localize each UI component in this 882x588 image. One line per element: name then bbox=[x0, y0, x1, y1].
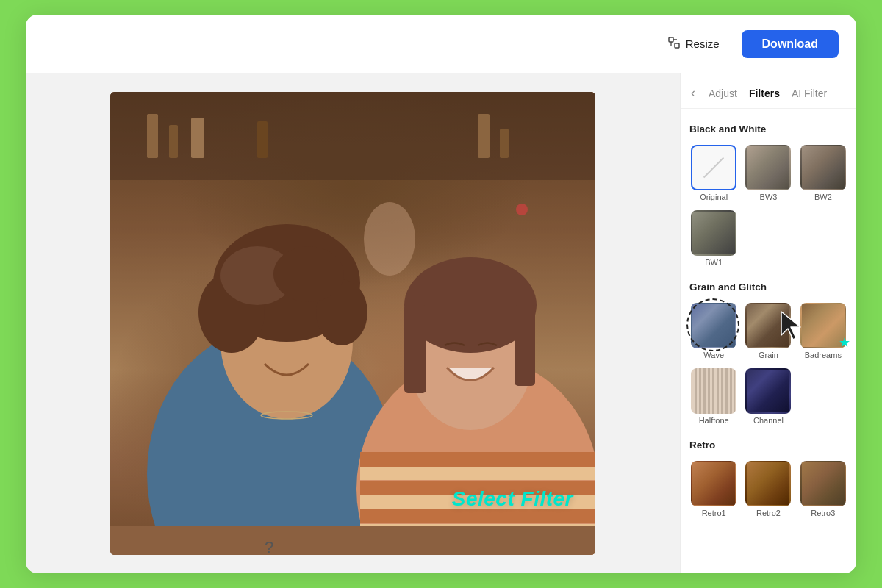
tab-ai-filter[interactable]: AI Filter bbox=[789, 86, 830, 101]
filter-grain[interactable]: Grain bbox=[744, 301, 792, 361]
photo-bg bbox=[110, 92, 595, 555]
grain-filter-grid: Wave Grain bbox=[689, 301, 847, 426]
filter-retro3[interactable]: Retro3 bbox=[799, 459, 847, 519]
filter-bw3[interactable]: BW3 bbox=[744, 143, 792, 203]
bw-filter-grid: Original BW3 BW2 BW1 bbox=[689, 143, 847, 268]
retro-filter-grid: Retro1 Retro2 Retro3 bbox=[689, 459, 847, 519]
filter-badreams-thumb bbox=[800, 303, 846, 348]
filter-retro2-label: Retro2 bbox=[756, 509, 781, 517]
bw-section-label: Black and White bbox=[689, 123, 847, 135]
filter-bw3-label: BW3 bbox=[760, 193, 778, 201]
question-mark: ? bbox=[265, 538, 556, 557]
download-button[interactable]: Download bbox=[742, 30, 839, 58]
filter-retro2[interactable]: Retro2 bbox=[744, 459, 792, 519]
filter-wave-label: Wave bbox=[703, 351, 724, 359]
app-window: Resize Download bbox=[26, 15, 856, 573]
filter-grain-thumb bbox=[745, 303, 791, 348]
filter-channel-label: Channel bbox=[753, 416, 784, 425]
retro-section-label: Retro bbox=[689, 440, 847, 451]
filter-original[interactable]: Original bbox=[689, 143, 738, 203]
filter-tabs: ‹ Adjust Filters AI Filter bbox=[681, 74, 856, 109]
filter-wave-thumb bbox=[691, 303, 736, 348]
filter-badreams-label: Badreams bbox=[805, 351, 842, 359]
filter-bw2[interactable]: BW2 bbox=[799, 143, 847, 203]
filter-halftone[interactable]: Halftone bbox=[689, 367, 738, 426]
filter-grain-label: Grain bbox=[759, 351, 778, 359]
filter-bw1-thumb bbox=[691, 210, 736, 256]
resize-label: Resize bbox=[686, 37, 720, 50]
filter-retro1[interactable]: Retro1 bbox=[689, 459, 738, 519]
filter-retro2-thumb bbox=[745, 461, 791, 506]
canvas-area: Select Filter ? bbox=[26, 74, 680, 573]
filter-halftone-thumb bbox=[691, 368, 736, 414]
filter-bw1-label: BW1 bbox=[705, 258, 723, 267]
filter-wave[interactable]: Wave bbox=[689, 301, 738, 361]
filter-channel[interactable]: Channel bbox=[744, 367, 792, 426]
topbar: Resize Download bbox=[26, 15, 856, 74]
resize-icon bbox=[667, 36, 681, 51]
svg-rect-1 bbox=[675, 43, 679, 48]
filter-retro1-label: Retro1 bbox=[702, 509, 726, 517]
filter-halftone-label: Halftone bbox=[699, 416, 729, 425]
sidebar-content: Black and White Original BW3 bbox=[681, 109, 856, 573]
tab-back-button[interactable]: ‹ bbox=[688, 84, 698, 102]
tab-filters[interactable]: Filters bbox=[746, 86, 783, 101]
filter-bw2-label: BW2 bbox=[814, 193, 832, 201]
photo-container: Select Filter bbox=[110, 92, 595, 555]
main-area: Select Filter ? ‹ Adjust Filters AI Filt… bbox=[26, 74, 856, 573]
resize-button[interactable]: Resize bbox=[657, 30, 730, 57]
filter-original-thumb bbox=[691, 145, 736, 190]
filter-bw2-thumb bbox=[800, 145, 846, 190]
filter-retro3-thumb bbox=[800, 461, 846, 506]
grain-section-label: Grain and Glitch bbox=[689, 282, 847, 293]
filter-bw3-thumb bbox=[745, 145, 791, 190]
sidebar: ‹ Adjust Filters AI Filter Black and Whi… bbox=[680, 74, 856, 573]
photo-image bbox=[110, 92, 595, 555]
tab-adjust[interactable]: Adjust bbox=[706, 86, 740, 101]
svg-rect-0 bbox=[669, 37, 673, 42]
filter-retro3-label: Retro3 bbox=[811, 509, 835, 517]
filter-bw1[interactable]: BW1 bbox=[689, 209, 738, 268]
filter-retro1-thumb bbox=[691, 461, 736, 506]
filter-channel-thumb bbox=[745, 368, 791, 414]
filter-badreams[interactable]: Badreams ★ bbox=[799, 301, 847, 361]
filter-original-label: Original bbox=[700, 193, 728, 201]
